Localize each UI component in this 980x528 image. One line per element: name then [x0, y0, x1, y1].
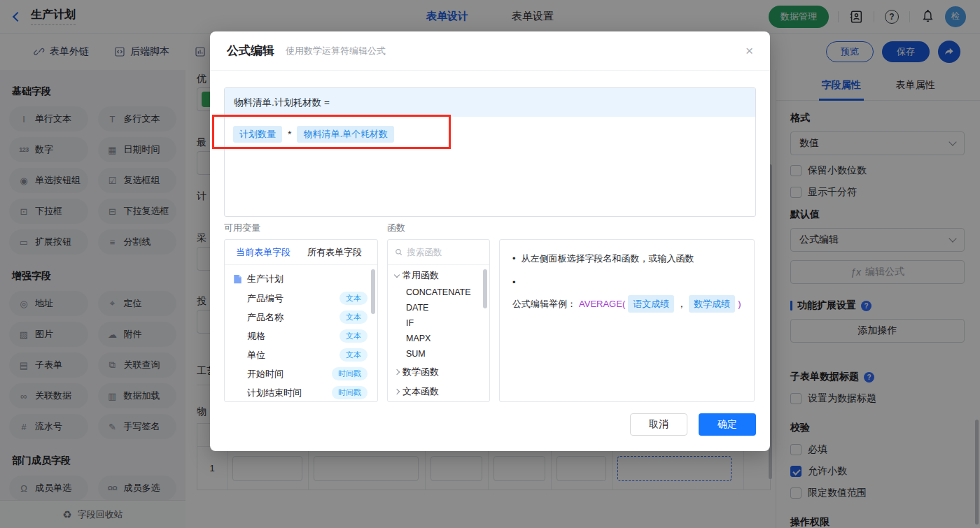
chevron-right-icon [394, 369, 400, 375]
bullet-icon: • [512, 251, 516, 266]
separator: ， [677, 297, 686, 311]
example-field-token: 数学成绩 [689, 295, 735, 313]
tip-line-1: • 从左侧面板选择字段名和函数，或输入函数 [512, 251, 741, 266]
formula-target: 物料清单.计划耗材数 = [225, 88, 755, 117]
dialog-subtitle: 使用数学运算符编辑公式 [286, 45, 386, 57]
search-input[interactable] [407, 248, 482, 257]
dialog-header: 公式编辑 使用数学运算符编辑公式 × [210, 31, 770, 71]
variables-scrollbar[interactable] [371, 269, 375, 314]
formula-example: 公式编辑举例： AVERAGE( 语文成绩 ， 数学成绩 ) [512, 295, 741, 313]
function-group-text[interactable]: 文本函数 [388, 381, 489, 401]
function-item[interactable]: IF [388, 315, 489, 331]
variable-row[interactable]: 产品名称 文本 [225, 308, 377, 327]
type-tag: 文本 [340, 292, 368, 305]
cancel-button[interactable]: 取消 [630, 413, 687, 436]
confirm-button[interactable]: 确定 [699, 413, 756, 436]
function-item[interactable]: SUM [388, 346, 489, 362]
variables-label: 可用变量 [224, 222, 260, 234]
formula-expression[interactable]: 计划数量 * 物料清单.单个耗材数 [225, 117, 755, 152]
chevron-down-icon [394, 272, 400, 278]
functions-label: 函数 [387, 222, 405, 234]
functions-scrollbar[interactable] [483, 269, 487, 308]
functions-panel: 常用函数 CONCATENATE DATE IF MAPX SUM 数学函数 文… [387, 239, 490, 402]
variable-row[interactable]: 开始时间 时间戳 [225, 364, 377, 383]
variable-row[interactable]: 产品编号 文本 [225, 289, 377, 308]
chevron-right-icon [394, 389, 400, 394]
field-token[interactable]: 计划数量 [233, 126, 282, 143]
bullet-icon: • [512, 275, 516, 290]
field-token[interactable]: 物料清单.单个耗材数 [297, 126, 394, 143]
form-doc-icon [233, 274, 242, 284]
variables-tree: 生产计划 产品编号 文本 产品名称 文本 规格 文本 单位 文本 [225, 265, 377, 402]
tip-line-2: • 公式编辑举例： AVERAGE( 语文成绩 ， 数学成绩 ) [512, 275, 741, 313]
dialog-footer: 取消 确定 [630, 413, 756, 436]
operator-token: * [288, 129, 291, 140]
function-group-math[interactable]: 数学函数 [388, 362, 489, 381]
app-root: 生产计划 表单设计 表单设置 数据管理 ? [0, 0, 980, 528]
close-icon[interactable]: × [746, 44, 753, 57]
tab-current-form-fields[interactable]: 当前表单字段 [236, 246, 290, 259]
variables-panel: 当前表单字段 所有表单字段 生产计划 产品编号 文本 产品名称 文本 [224, 239, 378, 402]
formula-editor: 物料清单.计划耗材数 = 计划数量 * 物料清单.单个耗材数 [224, 87, 756, 217]
variable-row[interactable]: 规格 文本 [225, 327, 377, 345]
dialog-title: 公式编辑 [227, 43, 274, 59]
tips-panel: • 从左侧面板选择字段名和函数，或输入函数 • 公式编辑举例： AVERAGE(… [499, 239, 755, 402]
function-item[interactable]: DATE [388, 300, 489, 315]
type-tag: 时间戳 [332, 367, 368, 380]
formula-edit-dialog: 公式编辑 使用数学运算符编辑公式 × 物料清单.计划耗材数 = 计划数量 * 物… [210, 31, 770, 451]
variable-row[interactable]: 计划结束时间 时间戳 [225, 383, 377, 402]
example-field-token: 语文成绩 [628, 295, 674, 313]
variables-tabs: 当前表单字段 所有表单字段 [225, 240, 377, 265]
function-group-common[interactable]: 常用函数 [388, 265, 489, 285]
tab-all-form-fields[interactable]: 所有表单字段 [307, 246, 362, 259]
function-search [388, 240, 489, 265]
function-close: ) [738, 297, 741, 311]
type-tag: 文本 [340, 329, 368, 343]
function-item[interactable]: CONCATENATE [388, 285, 489, 300]
type-tag: 时间戳 [332, 386, 368, 399]
form-root-node[interactable]: 生产计划 [225, 269, 377, 289]
type-tag: 文本 [340, 348, 368, 362]
function-item[interactable]: MAPX [388, 331, 489, 346]
function-name: AVERAGE( [579, 297, 625, 311]
type-tag: 文本 [340, 311, 368, 324]
variable-row[interactable]: 单位 文本 [225, 345, 377, 364]
search-icon [395, 248, 402, 257]
